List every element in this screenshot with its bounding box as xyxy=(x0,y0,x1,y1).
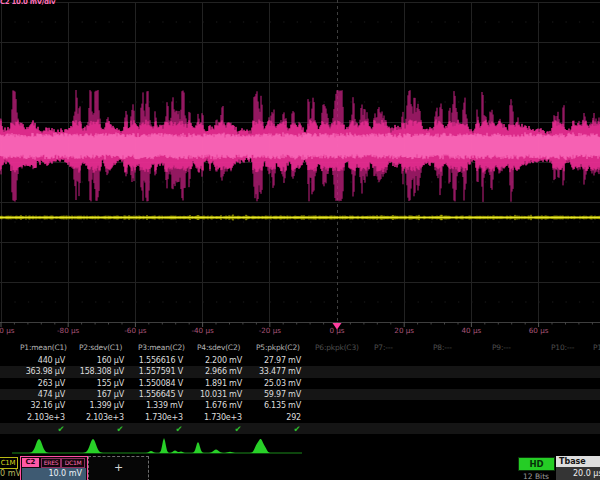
measure-min-cell: 1.891 mV xyxy=(205,379,242,388)
hd-badge: HD xyxy=(518,457,555,471)
measure-sdev-cell: 1.676 mV xyxy=(205,401,242,410)
measure-column-header[interactable]: P6:pkpk(C3) xyxy=(315,343,359,352)
measure-min-cell: 263 µV xyxy=(38,379,65,388)
measure-value-cell: 27.97 mV xyxy=(264,356,301,365)
measure-num-cell: 292 xyxy=(286,413,301,422)
measure-column-header[interactable]: P10:--- xyxy=(551,343,574,352)
measure-num-cell: 2.103e+3 xyxy=(86,413,124,422)
measure-column-header[interactable]: P7:--- xyxy=(374,343,393,352)
measure-mean-cell: 1.557591 V xyxy=(139,367,183,376)
grid-and-traces: -100 µs-80 µs-60 µs-40 µs-20 µs0 µs20 µs… xyxy=(0,0,600,340)
time-axis-label: -60 µs xyxy=(124,326,147,335)
histicons xyxy=(0,432,600,458)
measure-histicon xyxy=(249,439,305,453)
c2-descriptor[interactable]: C2 ERES DC1M 10.0 mV xyxy=(20,456,88,480)
hd-bits-label: 12 Bits xyxy=(516,472,556,480)
measure-num-cell: 1.730e+3 xyxy=(145,413,183,422)
time-axis-label: -100 µs xyxy=(0,326,15,335)
plus-icon: + xyxy=(114,461,123,474)
measure-column-header[interactable]: P1:mean(C1) xyxy=(20,343,67,352)
measure-sdev-cell: 1.339 mV xyxy=(146,401,183,410)
c2-eres-badge: ERES xyxy=(41,458,61,468)
timebase-descriptor[interactable]: Tbase 20.0 µs/div xyxy=(556,456,600,480)
add-trace-box[interactable]: + xyxy=(88,456,149,480)
timebase-body: 20.0 µs/div xyxy=(556,467,600,480)
time-axis-label: 20 µs xyxy=(394,326,414,335)
measure-max-cell: 10.031 mV xyxy=(200,390,242,399)
c2-descriptor-body: 10.0 mV xyxy=(22,468,86,480)
waveform-grid-area[interactable]: -100 µs-80 µs-60 µs-40 µs-20 µs0 µs20 µs… xyxy=(0,0,600,340)
measure-max-cell: 167 µV xyxy=(97,390,124,399)
measure-sdev-cell: 32.16 µV xyxy=(31,401,65,410)
c1-coupling-badge: C1M xyxy=(0,457,18,469)
histicon-row xyxy=(0,432,600,458)
measure-max-cell: 474 µV xyxy=(38,390,65,399)
measure-table: P1:mean(C1)P2:sdev(C1)P3:mean(C2)P4:sdev… xyxy=(0,338,600,434)
trace-label-fragment: C2 10.0 mV/div xyxy=(0,0,55,6)
measure-column-header[interactable]: P4:sdev(C2) xyxy=(197,343,240,352)
measure-min-cell: 155 µV xyxy=(97,379,124,388)
measure-histicon xyxy=(72,439,128,453)
time-axis-label: 40 µs xyxy=(462,326,482,335)
measure-mean-cell: 158.308 µV xyxy=(80,367,124,376)
measure-value-cell: 440 µV xyxy=(38,356,65,365)
measure-min-cell: 25.03 mV xyxy=(264,379,301,388)
measure-column-header[interactable]: P2:sdev(C1) xyxy=(79,343,122,352)
measure-column-header[interactable]: P5:pkpk(C2) xyxy=(256,343,300,352)
c2-scale-label: 10.0 mV xyxy=(48,469,82,478)
measure-max-cell: 1.556645 V xyxy=(139,390,183,399)
descriptor-bar: C1M 0 mV C2 ERES DC1M 10.0 mV + HD 12 Bi… xyxy=(0,456,600,480)
measure-max-cell: 59.97 mV xyxy=(264,390,301,399)
measure-histicon xyxy=(13,439,69,453)
oscilloscope-screen: -100 µs-80 µs-60 µs-40 µs-20 µs0 µs20 µs… xyxy=(0,0,600,480)
measure-num-cell: 2.103e+3 xyxy=(27,413,65,422)
timebase-scale-label: 20.0 µs/div xyxy=(573,469,600,478)
timebase-title: Tbase xyxy=(556,456,600,467)
measure-min-cell: 1.550084 V xyxy=(139,379,183,388)
measure-mean-cell: 2.966 mV xyxy=(205,367,242,376)
c1-scale-label: 0 mV xyxy=(0,469,21,478)
measure-column-header[interactable]: P8:--- xyxy=(433,343,452,352)
measure-column-header[interactable]: P11:--- xyxy=(593,343,600,352)
measure-column-header[interactable]: P9:--- xyxy=(492,343,511,352)
c2-coupling-badge: DC1M xyxy=(61,458,85,468)
measure-num-cell: 1.730e+3 xyxy=(204,413,242,422)
time-axis-label: -40 µs xyxy=(191,326,214,335)
measure-mean-cell: 33.477 mV xyxy=(259,367,301,376)
measure-histicon xyxy=(190,442,246,453)
measure-column-header[interactable]: P3:mean(C2) xyxy=(138,343,185,352)
c2-channel-badge: C2 xyxy=(22,458,39,467)
measure-value-cell: 1.556616 V xyxy=(139,356,183,365)
measure-mean-cell: 363.98 µV xyxy=(26,367,65,376)
c1-descriptor[interactable]: C1M 0 mV xyxy=(0,457,18,480)
hd-label: HD xyxy=(529,459,543,469)
time-axis-label: 60 µs xyxy=(529,326,549,335)
time-axis-label: -80 µs xyxy=(57,326,80,335)
c2-chip-row: C2 ERES DC1M xyxy=(21,457,85,467)
measure-value-cell: 160 µV xyxy=(97,356,124,365)
measure-histicon xyxy=(131,438,187,453)
measure-sdev-cell: 6.135 mV xyxy=(264,401,301,410)
measure-sdev-cell: 1.399 µV xyxy=(90,401,124,410)
time-axis-label: -20 µs xyxy=(259,326,282,335)
measure-value-cell: 2.200 mV xyxy=(205,356,242,365)
